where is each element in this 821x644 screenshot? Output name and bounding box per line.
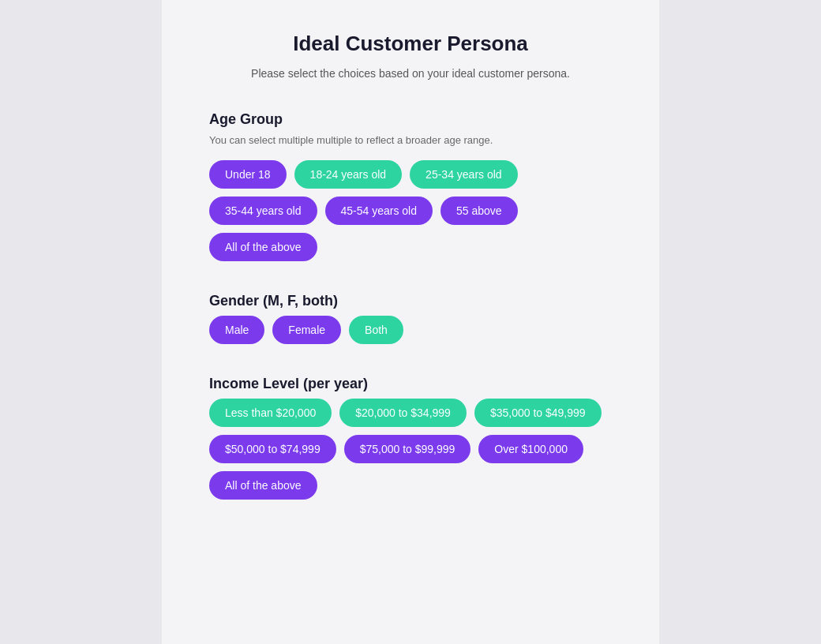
option-btn-20k-34k[interactable]: $20,000 to $34,999 — [339, 399, 467, 427]
section-title-age-group: Age Group — [209, 111, 612, 128]
option-btn-50k-74k[interactable]: $50,000 to $74,999 — [209, 435, 336, 463]
sections-container: Age GroupYou can select multiple multipl… — [209, 111, 612, 500]
section-gender: Gender (M, F, both)MaleFemaleBoth — [209, 293, 612, 344]
option-btn-18-24[interactable]: 18-24 years old — [294, 160, 403, 189]
section-income-level: Income Level (per year)Less than $20,000… — [209, 376, 612, 500]
option-btn-age-all[interactable]: All of the above — [209, 233, 317, 261]
section-age-group: Age GroupYou can select multiple multipl… — [209, 111, 612, 261]
option-btn-female[interactable]: Female — [272, 316, 341, 344]
option-btn-35-44[interactable]: 35-44 years old — [209, 197, 317, 225]
option-btn-45-54[interactable]: 45-54 years old — [325, 197, 433, 225]
option-btn-over-100k[interactable]: Over $100,000 — [478, 435, 583, 463]
option-btn-25-34[interactable]: 25-34 years old — [410, 160, 518, 189]
option-btn-income-all[interactable]: All of the above — [209, 471, 317, 500]
option-btn-35k-49k[interactable]: $35,000 to $49,999 — [474, 399, 602, 427]
options-group-age-group: Under 1818-24 years old25-34 years old35… — [209, 160, 612, 261]
option-btn-male[interactable]: Male — [209, 316, 264, 344]
page-title: Ideal Customer Persona — [209, 32, 612, 56]
option-btn-both[interactable]: Both — [349, 316, 403, 344]
section-title-income-level: Income Level (per year) — [209, 376, 612, 392]
page-subtitle: Please select the choices based on your … — [209, 67, 612, 80]
option-btn-less-20k[interactable]: Less than $20,000 — [209, 399, 332, 427]
option-btn-55-above[interactable]: 55 above — [440, 197, 518, 225]
options-group-gender: MaleFemaleBoth — [209, 316, 612, 344]
section-desc-age-group: You can select multiple multiple to refl… — [209, 134, 612, 146]
options-group-income-level: Less than $20,000$20,000 to $34,999$35,0… — [209, 399, 612, 500]
main-container: Ideal Customer Persona Please select the… — [162, 0, 659, 644]
option-btn-under-18[interactable]: Under 18 — [209, 160, 287, 189]
section-title-gender: Gender (M, F, both) — [209, 293, 612, 309]
option-btn-75k-99k[interactable]: $75,000 to $99,999 — [344, 435, 471, 463]
